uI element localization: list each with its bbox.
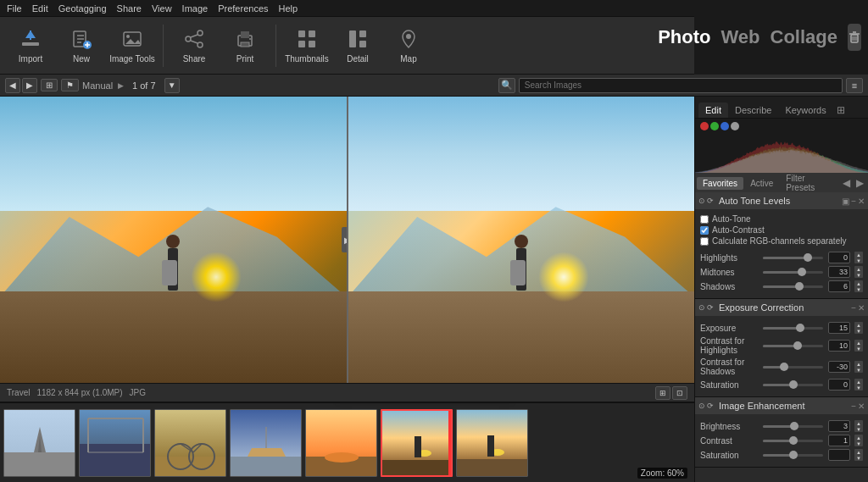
- menu-view[interactable]: View: [152, 3, 172, 14]
- input-midtones[interactable]: [828, 266, 850, 278]
- spin-contrast-sh-down[interactable]: ▼: [854, 367, 863, 373]
- search-icon-btn[interactable]: 🔍: [498, 78, 515, 93]
- flag-btn[interactable]: ⚑: [61, 79, 79, 91]
- filmstrip-thumb-3[interactable]: [230, 409, 302, 477]
- slider-saturation-exp-track[interactable]: [763, 384, 823, 386]
- trash-button[interactable]: [848, 24, 861, 51]
- pf-tab-favorites[interactable]: Favorites: [697, 177, 743, 190]
- spin-brightness-down[interactable]: ▼: [854, 426, 863, 432]
- hist-blue-channel[interactable]: [721, 122, 729, 130]
- search-input[interactable]: [519, 78, 843, 93]
- enhancement-ctrl-close[interactable]: ✕: [858, 402, 865, 411]
- input-shadows[interactable]: [828, 280, 850, 292]
- spin-exposure-up[interactable]: ▲: [854, 322, 863, 328]
- mode-collage-btn[interactable]: Collage: [765, 26, 843, 48]
- spin-brightness-up[interactable]: ▲: [854, 420, 863, 426]
- mode-web-btn[interactable]: Web: [715, 26, 765, 48]
- slider-brightness-track[interactable]: [763, 425, 823, 428]
- slider-contrast-enh-track[interactable]: [763, 440, 823, 442]
- spin-saturation-exp-up[interactable]: ▲: [854, 379, 863, 385]
- menu-edit[interactable]: Edit: [32, 3, 48, 14]
- pf-tab-active[interactable]: Active: [744, 177, 779, 190]
- spin-contrast-enh-down[interactable]: ▼: [854, 440, 863, 446]
- mode-photo-btn[interactable]: Photo: [653, 26, 715, 48]
- print-button[interactable]: Print: [221, 21, 269, 70]
- input-contrast-hi[interactable]: [828, 340, 850, 352]
- pf-tab-presets[interactable]: Filter Presets: [780, 172, 839, 194]
- checkbox-auto-tone[interactable]: [700, 215, 709, 224]
- spin-exposure-down[interactable]: ▼: [854, 328, 863, 334]
- new-button[interactable]: New: [58, 21, 105, 70]
- tab-describe[interactable]: Describe: [728, 102, 778, 118]
- spin-saturation-enh-down[interactable]: ▼: [854, 455, 863, 461]
- spin-contrast-hi-up[interactable]: ▲: [854, 340, 863, 346]
- filmstrip-thumb-5[interactable]: [381, 409, 453, 477]
- spin-shadows-down[interactable]: ▼: [854, 286, 863, 292]
- checkbox-rgb-separate[interactable]: [700, 237, 709, 246]
- pf-prev-arrow[interactable]: ◀: [840, 177, 853, 189]
- exposure-ctrl-close[interactable]: ✕: [858, 303, 865, 313]
- view-mode-btn[interactable]: ⊞: [41, 79, 58, 91]
- spin-highlights-down[interactable]: ▼: [854, 258, 863, 263]
- input-brightness[interactable]: [828, 420, 850, 432]
- menu-preferences[interactable]: Preferences: [218, 3, 268, 14]
- menu-share[interactable]: Share: [117, 3, 142, 14]
- auto-tone-header[interactable]: ⊙ ⟳ Auto Tone Levels ▣ − ✕: [695, 192, 868, 209]
- nav-forward-btn[interactable]: ▶: [22, 78, 37, 93]
- slider-midtones-track[interactable]: [763, 271, 823, 274]
- nav-counter-dropdown[interactable]: ▼: [164, 78, 180, 93]
- image-tools-button[interactable]: Image Tools: [108, 21, 156, 70]
- menu-image[interactable]: Image: [182, 3, 209, 14]
- map-button[interactable]: Map: [385, 21, 432, 70]
- slider-highlights-track[interactable]: [763, 257, 823, 259]
- thumbnails-button[interactable]: Thumbnails: [283, 21, 331, 70]
- nav-options-btn[interactable]: ≡: [846, 78, 863, 93]
- rp-tab-icon[interactable]: ⊞: [833, 102, 849, 118]
- spin-saturation-enh-up[interactable]: ▲: [854, 449, 863, 455]
- hist-red-channel[interactable]: [700, 122, 709, 130]
- input-saturation-enh[interactable]: [828, 449, 850, 461]
- slider-exposure-track[interactable]: [763, 327, 823, 330]
- slider-contrast-sh-track[interactable]: [763, 366, 823, 368]
- spin-saturation-exp-down[interactable]: ▼: [854, 385, 863, 391]
- hist-green-channel[interactable]: [710, 122, 719, 130]
- auto-tone-ctrl-1[interactable]: ▣: [842, 197, 849, 206]
- enhancement-ctrl-x[interactable]: −: [851, 402, 856, 411]
- spin-midtones-up[interactable]: ▲: [854, 266, 863, 272]
- exposure-header[interactable]: ⊙ ⟳ Exposure Correction − ✕: [695, 299, 868, 316]
- input-contrast-sh[interactable]: [828, 361, 850, 373]
- hist-rgb-channel[interactable]: [731, 122, 739, 130]
- menu-file[interactable]: File: [7, 3, 22, 14]
- input-highlights[interactable]: [828, 252, 850, 263]
- filmstrip-thumb-4[interactable]: [305, 409, 377, 477]
- manual-label[interactable]: Manual: [82, 80, 113, 91]
- detail-button[interactable]: Detail: [334, 21, 381, 70]
- spin-contrast-sh-up[interactable]: ▲: [854, 361, 863, 367]
- spin-midtones-down[interactable]: ▼: [854, 272, 863, 278]
- share-button[interactable]: Share: [170, 21, 218, 70]
- input-saturation-exp[interactable]: [828, 379, 850, 391]
- auto-tone-ctrl-x[interactable]: −: [851, 197, 856, 206]
- slider-shadows-track[interactable]: [763, 285, 823, 288]
- enhancement-header[interactable]: ⊙ ⟳ Image Enhancement − ✕: [695, 397, 868, 414]
- spin-contrast-enh-up[interactable]: ▲: [854, 435, 863, 440]
- tab-edit[interactable]: Edit: [698, 102, 728, 118]
- menu-help[interactable]: Help: [279, 3, 298, 14]
- panel-expand-left[interactable]: ▶: [342, 227, 347, 252]
- spin-shadows-up[interactable]: ▲: [854, 280, 863, 286]
- input-exposure[interactable]: [828, 322, 850, 334]
- slider-saturation-enh-track[interactable]: [763, 454, 823, 457]
- auto-tone-ctrl-close[interactable]: ✕: [858, 197, 865, 206]
- nav-back-btn[interactable]: ◀: [5, 78, 20, 93]
- exposure-ctrl-x[interactable]: −: [851, 303, 856, 313]
- import-button[interactable]: Import: [7, 21, 54, 70]
- filmstrip-thumb-2[interactable]: [154, 409, 226, 477]
- input-contrast-enh[interactable]: [828, 435, 850, 446]
- slider-contrast-hi-track[interactable]: [763, 345, 823, 347]
- spin-contrast-hi-down[interactable]: ▼: [854, 346, 863, 352]
- filmstrip-thumb-6[interactable]: [456, 409, 528, 477]
- filmstrip-thumb-0[interactable]: [3, 409, 75, 477]
- status-btn-1[interactable]: ⊞: [655, 386, 670, 400]
- checkbox-auto-contrast[interactable]: [700, 226, 709, 235]
- menu-geotagging[interactable]: Geotagging: [58, 3, 107, 14]
